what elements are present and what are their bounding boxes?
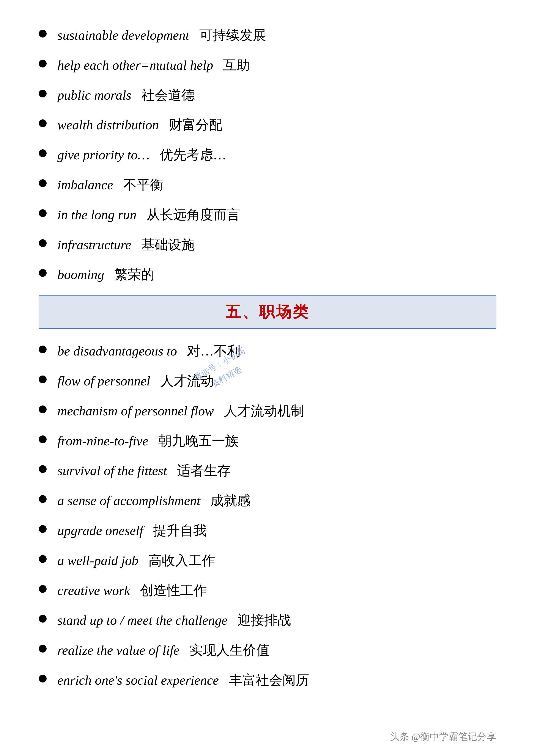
item-text: wealth distribution 财富分配 (57, 116, 222, 134)
bullet-dot (39, 120, 46, 127)
bullet-dot (39, 495, 46, 503)
chinese-text: 优先考虑… (160, 148, 227, 162)
english-text: stand up to / meet the challenge (57, 613, 228, 628)
item-text: upgrade oneself 提升自我 (57, 521, 207, 540)
list-item: wealth distribution 财富分配 (39, 116, 496, 134)
list-item: sustainable development 可持续发展 (39, 26, 496, 45)
item-text: mechanism of personnel flow 人才流动机制 (57, 402, 304, 420)
english-text: realize the value of life (57, 643, 180, 658)
list-item: realize the value of life 实现人生价值 (39, 641, 496, 660)
item-text: survival of the fittest 适者生存 (57, 461, 231, 480)
english-text: give priority to… (57, 148, 150, 162)
list-item: stand up to / meet the challenge 迎接排战 (39, 611, 496, 630)
chinese-text: 从长远角度而言 (147, 207, 240, 222)
item-text: be disadvantageous to 对…不利 (57, 342, 240, 361)
item-text: flow of personnel 人才流动 (57, 372, 214, 391)
item-text: give priority to… 优先考虑… (57, 146, 227, 164)
item-text: realize the value of life 实现人生价值 (57, 641, 270, 660)
english-text: in the long run (57, 207, 137, 222)
english-text: be disadvantageous to (57, 344, 177, 358)
chinese-text: 对…不利 (187, 344, 240, 358)
item-text: sustainable development 可持续发展 (57, 26, 266, 45)
bullet-dot (39, 525, 46, 533)
english-text: upgrade oneself (57, 523, 143, 538)
bullet-dot (39, 645, 46, 653)
list-item: creative work 创造性工作 (39, 581, 496, 600)
bullet-dot (39, 585, 46, 593)
item-text: help each other=mutual help 互助 (57, 56, 250, 75)
bullet-dot (39, 209, 46, 217)
english-text: booming (57, 267, 104, 282)
chinese-text: 互助 (223, 58, 250, 72)
list-item: infrastructure 基础设施 (39, 235, 496, 254)
chinese-text: 社会道德 (141, 88, 195, 102)
chinese-text: 朝九晚五一族 (158, 434, 239, 448)
bullet-dot (39, 30, 46, 38)
bullet-dot (39, 60, 46, 68)
english-text: infrastructure (57, 237, 131, 252)
list-item: upgrade oneself 提升自我 (39, 521, 496, 540)
bullet-dot (39, 615, 46, 623)
bullet-dot (39, 375, 46, 383)
english-text: imbalance (57, 177, 113, 192)
list-item: survival of the fittest 适者生存 (39, 461, 496, 480)
section-header-text: 五、职场类 (225, 303, 310, 320)
list-item: in the long run 从长远角度而言 (39, 205, 496, 224)
list-item: be disadvantageous to 对…不利 (39, 342, 496, 361)
bullet-dot (39, 675, 46, 683)
list-item: imbalance 不平衡 (39, 176, 496, 194)
english-text: wealth distribution (57, 118, 159, 132)
english-text: a well-paid job (57, 553, 138, 568)
chinese-text: 提升自我 (153, 523, 207, 538)
top-bullet-list: sustainable development 可持续发展 help each … (39, 26, 496, 284)
chinese-text: 适者生存 (177, 463, 231, 478)
list-item: give priority to… 优先考虑… (39, 146, 496, 164)
english-text: a sense of accomplishment (57, 493, 200, 508)
chinese-text: 基础设施 (141, 237, 195, 252)
list-item: booming 繁荣的 (39, 265, 496, 284)
item-text: from-nine-to-five 朝九晚五一族 (57, 432, 239, 450)
chinese-text: 财富分配 (169, 118, 222, 132)
section-header: 五、职场类 (39, 295, 496, 329)
chinese-text: 不平衡 (123, 177, 163, 192)
item-text: public morals 社会道德 (57, 86, 195, 105)
footer: 头条 @衡中学霸笔记分享 (390, 730, 496, 743)
list-item: help each other=mutual help 互助 (39, 56, 496, 75)
english-text: public morals (57, 88, 131, 102)
list-item: enrich one's social experience 丰富社会阅历 (39, 671, 496, 689)
item-text: stand up to / meet the challenge 迎接排战 (57, 611, 291, 630)
english-text: from-nine-to-five (57, 434, 148, 448)
item-text: imbalance 不平衡 (57, 176, 163, 194)
list-item: flow of personnel 人才流动 (39, 372, 496, 391)
bullet-dot (39, 405, 46, 413)
chinese-text: 繁荣的 (114, 267, 155, 282)
chinese-text: 迎接排战 (238, 613, 291, 628)
chinese-text: 丰富社会阅历 (229, 673, 309, 688)
item-text: a sense of accomplishment 成就感 (57, 491, 250, 510)
chinese-text: 可持续发展 (199, 28, 266, 42)
bullet-dot (39, 90, 46, 97)
english-text: help each other=mutual help (57, 58, 213, 72)
english-text: flow of personnel (57, 374, 150, 388)
chinese-text: 人才流动 (160, 374, 214, 388)
bullet-dot (39, 179, 46, 187)
english-text: enrich one's social experience (57, 673, 219, 688)
bullet-dot (39, 269, 46, 277)
list-item: a well-paid job 高收入工作 (39, 551, 496, 570)
item-text: in the long run 从长远角度而言 (57, 205, 240, 224)
bullet-dot (39, 149, 46, 157)
english-text: mechanism of personnel flow (57, 404, 214, 418)
chinese-text: 高收入工作 (149, 553, 215, 568)
item-text: a well-paid job 高收入工作 (57, 551, 215, 570)
english-text: sustainable development (57, 28, 189, 42)
bullet-dot (39, 465, 46, 473)
chinese-text: 实现人生价值 (189, 643, 270, 658)
chinese-text: 创造性工作 (140, 583, 207, 598)
item-text: creative work 创造性工作 (57, 581, 207, 600)
list-item: from-nine-to-five 朝九晚五一族 (39, 432, 496, 450)
list-item: public morals 社会道德 (39, 86, 496, 105)
english-text: survival of the fittest (57, 463, 167, 478)
bottom-bullet-list: be disadvantageous to 对…不利 flow of perso… (39, 342, 496, 689)
item-text: enrich one's social experience 丰富社会阅历 (57, 671, 309, 689)
bullet-dot (39, 239, 46, 247)
